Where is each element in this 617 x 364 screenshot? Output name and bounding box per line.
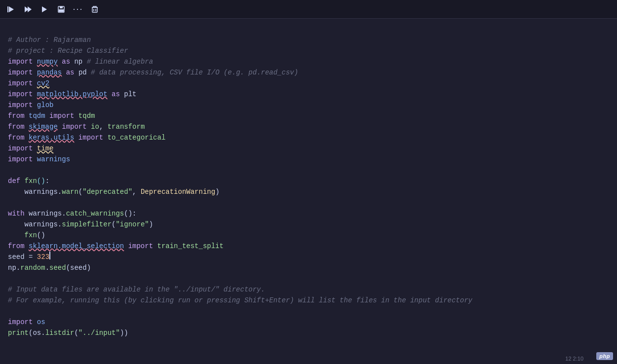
code-line-21: from sklearn.model_selection import trai… [0,241,617,252]
code-line-2: # Author : Rajaraman [0,35,617,45]
code-line-7: import matplotlib.pyplot as plt [0,89,617,100]
code-line-10: from skimage import io, transform [0,121,617,132]
code-line-5: import pandas as pd # data processing, C… [0,67,617,78]
code-editor[interactable]: # Author : Rajaraman # project : Recipe … [0,19,617,364]
svg-rect-7 [59,9,64,12]
run-all-button[interactable] [4,2,18,16]
code-line-8: import glob [0,100,617,110]
code-line-4: import numpy as np # linear algebra [0,56,617,67]
run-current-button[interactable] [38,2,51,16]
svg-marker-1 [9,6,14,12]
code-line-9: from tqdm import tqdm [0,110,617,121]
code-line-11: from keras.utils import to_categorical [0,132,617,143]
code-line-26: # For example, running this (by clicking… [0,295,617,306]
code-line-20: fxn() [0,230,617,241]
code-line-13: import warnings [0,154,617,165]
code-line-empty-17 [0,197,617,208]
save-button[interactable] [54,2,68,16]
code-line-15: def fxn(): [0,176,617,186]
code-line-25: # Input data files are available in the … [0,284,617,295]
text-cursor [49,252,50,259]
more-button[interactable]: ··· [71,2,85,16]
status-text: 12 2:10 [565,356,583,362]
code-line-29: print(os.listdir("../input")) [0,328,617,338]
svg-marker-3 [28,6,32,12]
code-line-28: import os [0,317,617,328]
code-line-3: # project : Recipe Classifier [0,45,617,56]
php-badge: php [596,352,613,360]
code-line-empty-14 [0,165,617,176]
code-line-6: import cv2 [0,78,617,89]
status-bar: 12 2:10 [561,353,587,364]
php-badge-text: php [599,353,610,359]
code-line-empty-1 [0,24,617,35]
svg-rect-8 [92,7,97,12]
code-line-12: import time [0,143,617,154]
svg-rect-0 [7,6,8,12]
delete-button[interactable] [88,2,102,16]
code-line-16: warnings.warn("deprecated", DeprecationW… [0,186,617,197]
code-line-empty-24 [0,273,617,284]
code-line-19: warnings.simplefilter("ignore") [0,219,617,230]
svg-rect-6 [60,6,63,8]
code-line-18: with warnings.catch_warnings(): [0,208,617,219]
code-line-empty-27 [0,306,617,317]
toolbar: ··· [0,0,617,19]
code-line-23: np.random.seed(seed) [0,262,617,273]
code-line-22: seed = 323 [0,252,617,262]
run-before-button[interactable] [21,2,35,16]
svg-marker-4 [42,6,47,12]
